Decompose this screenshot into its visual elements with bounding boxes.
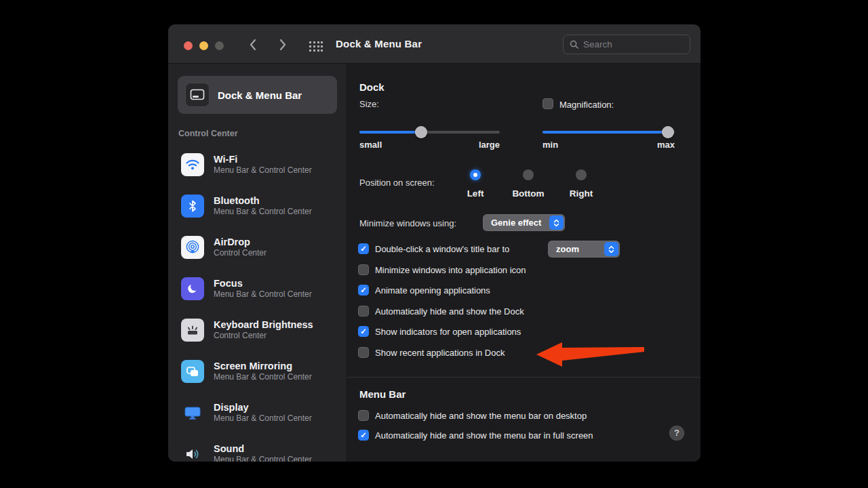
show-indicators-label: Show indicators for open applications bbox=[375, 327, 521, 337]
search-icon bbox=[570, 40, 578, 49]
chevron-right-icon bbox=[279, 39, 287, 51]
magnification-slider[interactable] bbox=[542, 131, 675, 134]
position-radio-right-label: Right bbox=[557, 188, 605, 199]
auto-hide-menubar-fullscreen-label: Automatically hide and show the menu bar… bbox=[375, 430, 593, 441]
menu-bar-section-title: Menu Bar bbox=[359, 388, 406, 400]
sidebar: Dock & Menu Bar Control Center bbox=[168, 64, 347, 462]
sidebar-item-sublabel: Menu Bar & Control Center bbox=[214, 455, 312, 462]
magnification-label: Magnification: bbox=[559, 100, 614, 110]
screen-mirroring-icon bbox=[181, 360, 204, 383]
size-label: Size: bbox=[359, 99, 379, 109]
minimize-into-icon-label: Minimize windows into application icon bbox=[375, 265, 526, 275]
sound-icon bbox=[181, 443, 204, 462]
sidebar-item-sublabel: Control Center bbox=[214, 331, 313, 341]
sidebar-item-display[interactable]: Display Menu Bar & Control Center bbox=[168, 392, 347, 433]
auto-hide-dock-label: Automatically hide and show the Dock bbox=[375, 306, 524, 317]
sidebar-item-screen-mirroring[interactable]: Screen Mirroring Menu Bar & Control Cent… bbox=[168, 350, 347, 392]
sidebar-selected-label: Dock & Menu Bar bbox=[218, 89, 302, 101]
auto-hide-dock-checkbox[interactable] bbox=[358, 306, 369, 317]
minimize-effect-value: Genie effect bbox=[491, 218, 541, 228]
minimize-effect-label: Minimize windows using: bbox=[359, 218, 456, 228]
search-input[interactable]: Search bbox=[563, 35, 690, 54]
show-recent-apps-checkbox[interactable] bbox=[358, 347, 369, 358]
size-max-label: large bbox=[479, 140, 500, 150]
title-bar: Dock & Menu Bar Search bbox=[168, 24, 701, 64]
search-placeholder: Search bbox=[583, 39, 612, 49]
position-label: Position on screen: bbox=[359, 178, 435, 188]
sidebar-item-sublabel: Control Center bbox=[214, 248, 267, 258]
wifi-icon bbox=[181, 153, 204, 176]
double-click-titlebar-checkbox[interactable] bbox=[358, 243, 369, 254]
auto-hide-menubar-desktop-label: Automatically hide and show the menu bar… bbox=[375, 411, 587, 421]
sidebar-section-label: Control Center bbox=[178, 129, 347, 138]
size-min-label: small bbox=[359, 140, 382, 150]
sidebar-item-wifi[interactable]: Wi-Fi Menu Bar & Control Center bbox=[168, 144, 347, 185]
double-click-action-dropdown[interactable]: zoom bbox=[548, 241, 620, 258]
animate-opening-label: Animate opening applications bbox=[375, 285, 490, 296]
minimize-effect-dropdown[interactable]: Genie effect bbox=[483, 214, 565, 231]
sidebar-item-bluetooth[interactable]: Bluetooth Menu Bar & Control Center bbox=[168, 185, 347, 226]
section-divider bbox=[347, 377, 701, 378]
chevron-left-icon bbox=[249, 39, 256, 51]
forward-button[interactable] bbox=[276, 38, 290, 52]
size-slider[interactable] bbox=[359, 131, 500, 134]
help-button[interactable]: ? bbox=[669, 426, 684, 441]
sidebar-item-label: Keyboard Brightness bbox=[214, 319, 313, 331]
position-radio-left[interactable] bbox=[470, 169, 481, 180]
magnification-checkbox[interactable] bbox=[542, 98, 553, 109]
minimize-into-icon-checkbox[interactable] bbox=[358, 264, 369, 275]
sidebar-item-label: Display bbox=[214, 401, 312, 413]
show-indicators-checkbox[interactable] bbox=[358, 326, 369, 337]
sidebar-item-sound[interactable]: Sound Menu Bar & Control Center bbox=[168, 433, 347, 462]
sidebar-item-label: Screen Mirroring bbox=[214, 360, 312, 372]
sidebar-item-dock-menu-bar-selected[interactable]: Dock & Menu Bar bbox=[178, 76, 337, 114]
minimize-window-button[interactable] bbox=[199, 41, 208, 50]
sidebar-item-airdrop[interactable]: AirDrop Control Center bbox=[168, 226, 347, 268]
auto-hide-menubar-fullscreen-checkbox[interactable] bbox=[358, 430, 369, 441]
sidebar-item-sublabel: Menu Bar & Control Center bbox=[214, 372, 312, 382]
focus-moon-icon bbox=[181, 277, 204, 300]
keyboard-brightness-icon bbox=[181, 319, 204, 342]
double-click-action-value: zoom bbox=[556, 244, 579, 254]
sidebar-item-label: Wi-Fi bbox=[214, 153, 312, 165]
magnification-min-label: min bbox=[542, 140, 558, 150]
display-icon bbox=[181, 401, 204, 424]
sidebar-item-label: Focus bbox=[214, 277, 312, 289]
sidebar-item-sublabel: Menu Bar & Control Center bbox=[214, 165, 312, 176]
animate-opening-checkbox[interactable] bbox=[358, 285, 369, 296]
position-radio-bottom[interactable] bbox=[523, 169, 534, 180]
back-button[interactable] bbox=[245, 38, 259, 52]
bluetooth-icon bbox=[181, 195, 204, 218]
desktop-background: Dock & Menu Bar Search bbox=[0, 0, 868, 488]
zoom-window-button bbox=[215, 41, 224, 50]
position-radio-left-label: Left bbox=[452, 188, 499, 199]
auto-hide-menubar-desktop-checkbox[interactable] bbox=[358, 410, 369, 421]
sidebar-list: Wi-Fi Menu Bar & Control Center Bluetoot… bbox=[168, 144, 347, 462]
main-panel: Dock Size: small large Magnification: bbox=[347, 64, 701, 462]
system-preferences-window: Dock & Menu Bar Search bbox=[168, 24, 701, 462]
window-title: Dock & Menu Bar bbox=[336, 24, 422, 64]
sidebar-item-label: AirDrop bbox=[214, 236, 267, 248]
sidebar-item-sublabel: Menu Bar & Control Center bbox=[214, 207, 312, 217]
dock-menu-bar-icon bbox=[185, 83, 210, 107]
sidebar-item-focus[interactable]: Focus Menu Bar & Control Center bbox=[168, 268, 347, 309]
close-window-button[interactable] bbox=[184, 41, 193, 50]
popup-chevrons-icon bbox=[604, 242, 618, 256]
position-radio-bottom-label: Bottom bbox=[505, 188, 552, 199]
show-all-preferences-icon[interactable] bbox=[309, 41, 323, 52]
position-radio-right[interactable] bbox=[576, 169, 587, 180]
sidebar-item-sublabel: Menu Bar & Control Center bbox=[214, 413, 312, 424]
airdrop-icon bbox=[181, 236, 204, 259]
dock-section-title: Dock bbox=[359, 81, 384, 93]
size-slider-knob[interactable] bbox=[415, 126, 427, 138]
magnification-slider-knob[interactable] bbox=[662, 126, 674, 138]
sidebar-item-label: Bluetooth bbox=[214, 195, 312, 207]
double-click-titlebar-label: Double-click a window's title bar to bbox=[375, 244, 509, 254]
magnification-max-label: max bbox=[657, 140, 675, 150]
sidebar-item-keyboard-brightness[interactable]: Keyboard Brightness Control Center bbox=[168, 309, 347, 350]
sidebar-item-label: Sound bbox=[214, 443, 312, 455]
show-recent-apps-label: Show recent applications in Dock bbox=[375, 348, 505, 358]
popup-chevrons-icon bbox=[549, 216, 564, 230]
sidebar-item-sublabel: Menu Bar & Control Center bbox=[214, 289, 312, 300]
